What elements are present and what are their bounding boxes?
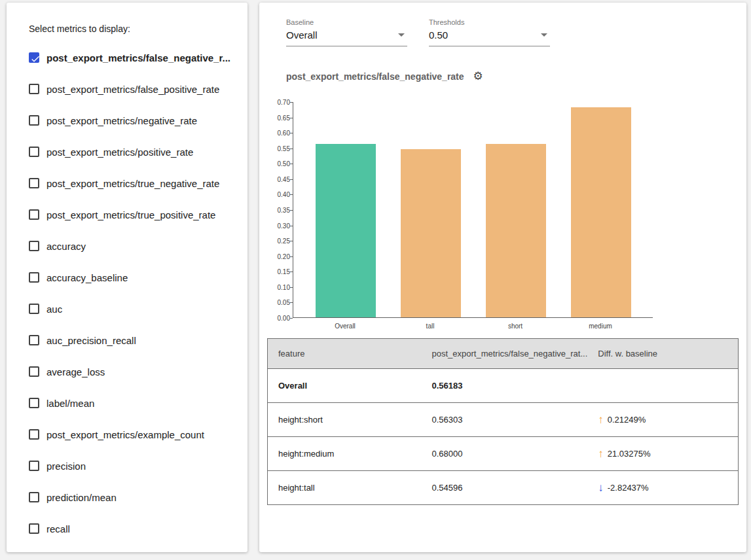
diff-value: -2.82437% — [608, 483, 649, 493]
y-axis-tick-label: 0.45 — [278, 175, 290, 183]
metric-label: precision — [46, 461, 86, 472]
metric-checkbox-row[interactable]: post_export_metrics/false_negative_r... — [29, 42, 242, 73]
metric-label: post_export_metrics/true_negative_rate — [46, 178, 219, 189]
checkbox-unchecked-icon[interactable] — [29, 366, 39, 377]
metric-label: recall — [46, 523, 70, 534]
y-axis-tick-label: 0.35 — [278, 207, 290, 214]
metric-label: accuracy_baseline — [46, 272, 128, 283]
metric-checkbox-row[interactable]: average_loss — [29, 356, 242, 387]
y-axis-tick-label: 0.40 — [278, 191, 290, 198]
y-axis-tick-label: 0.00 — [278, 315, 290, 322]
metric-checkbox-row[interactable]: precision — [29, 450, 242, 481]
metric-checkbox-row[interactable]: accuracy_baseline — [29, 262, 242, 293]
checkbox-unchecked-icon[interactable] — [29, 304, 39, 314]
y-axis-tick-mark — [290, 226, 293, 226]
y-axis-tick-mark — [290, 318, 293, 319]
dropdown-arrow-icon — [398, 33, 405, 37]
metric-list: post_export_metrics/false_negative_r...p… — [29, 42, 242, 544]
y-axis-tick-mark — [290, 194, 293, 195]
bar-medium[interactable] — [571, 107, 631, 317]
metric-checkbox-row[interactable]: post_export_metrics/positive_rate — [29, 136, 242, 167]
dropdown-arrow-icon — [541, 33, 547, 37]
table-header-cell: feature — [268, 339, 422, 369]
diff-value: 21.03275% — [608, 449, 651, 459]
thresholds-label: Thresholds — [429, 18, 550, 26]
metric-label: auc — [46, 304, 62, 315]
checkbox-unchecked-icon[interactable] — [29, 429, 39, 440]
checkbox-unchecked-icon[interactable] — [29, 84, 39, 94]
baseline-select[interactable]: Overall — [286, 29, 407, 46]
checkbox-unchecked-icon[interactable] — [29, 241, 39, 251]
metric-checkbox-row[interactable]: recall — [29, 513, 242, 544]
baseline-label: Baseline — [286, 18, 407, 26]
diff-cell: ↑21.03275% — [587, 437, 738, 471]
checkbox-unchecked-icon[interactable] — [29, 492, 39, 502]
metric-checkbox-row[interactable]: auc_precision_recall — [29, 324, 242, 356]
metric-label: post_export_metrics/false_positive_rate — [46, 84, 219, 95]
metric-display-panel: Baseline Overall Thresholds 0.50 post_ex… — [259, 3, 746, 552]
checkbox-unchecked-icon[interactable] — [29, 115, 39, 126]
settings-gear-icon[interactable]: ⚙ — [473, 71, 483, 82]
y-axis-tick-mark — [290, 149, 293, 149]
y-axis-tick-label: 0.15 — [278, 268, 290, 275]
feature-cell: Overall — [268, 369, 422, 403]
checkbox-checked-icon[interactable] — [29, 52, 39, 63]
feature-cell: height:medium — [268, 437, 422, 471]
checkbox-unchecked-icon[interactable] — [29, 178, 39, 188]
bar-chart: 0.000.050.100.150.200.250.300.350.400.45… — [272, 102, 665, 332]
metric-label: post_export_metrics/negative_rate — [46, 115, 197, 126]
checkbox-unchecked-icon[interactable] — [29, 272, 39, 283]
metric-label: post_export_metrics/example_count — [46, 429, 204, 440]
bar-tall[interactable] — [401, 149, 461, 317]
metric-checkbox-row[interactable]: auc — [29, 293, 242, 324]
y-axis-tick-label: 0.10 — [278, 283, 290, 290]
metric-checkbox-row[interactable]: post_export_metrics/true_negative_rate — [29, 167, 242, 199]
metric-value-cell: 0.68000 — [422, 437, 588, 471]
table-header-cell: Diff. w. baseline — [587, 339, 738, 369]
bar-short[interactable] — [486, 144, 546, 317]
y-axis-tick-label: 0.55 — [278, 145, 290, 152]
table-row[interactable]: Overall0.56183 — [268, 369, 739, 403]
metric-label: average_loss — [46, 366, 105, 377]
chart-title: post_export_metrics/false_negative_rate — [286, 71, 464, 82]
diff-cell: ↓-2.82437% — [587, 471, 738, 505]
table-row[interactable]: height:tall0.54596↓-2.82437% — [268, 471, 739, 505]
metric-checkbox-row[interactable]: post_export_metrics/true_positive_rate — [29, 199, 242, 230]
metric-checkbox-row[interactable]: post_export_metrics/negative_rate — [29, 105, 242, 136]
table-row[interactable]: height:short0.56303↑0.21249% — [268, 403, 739, 437]
diff-cell: ↑0.21249% — [587, 403, 738, 437]
checkbox-unchecked-icon[interactable] — [29, 398, 39, 408]
feature-cell: height:tall — [268, 471, 422, 505]
metric-label: label/mean — [46, 398, 94, 409]
metric-value-cell: 0.54596 — [422, 471, 588, 505]
y-axis-tick-mark — [290, 133, 293, 133]
metric-checkbox-row[interactable]: post_export_metrics/false_positive_rate — [29, 73, 242, 105]
metric-checkbox-row[interactable]: accuracy — [29, 230, 242, 262]
bar-Overall[interactable] — [316, 144, 376, 317]
baseline-control: Baseline Overall — [286, 18, 407, 46]
y-axis-tick-label: 0.30 — [278, 222, 290, 229]
table-header-row: featurepost_export_metrics/false_negativ… — [268, 339, 739, 369]
table-row[interactable]: height:medium0.68000↑21.03275% — [268, 437, 739, 471]
checkbox-unchecked-icon[interactable] — [29, 523, 39, 534]
metric-value-cell: 0.56183 — [422, 369, 588, 403]
metric-value-cell: 0.56303 — [422, 403, 588, 437]
metrics-table: featurepost_export_metrics/false_negativ… — [267, 338, 739, 505]
y-axis-tick-mark — [290, 287, 293, 288]
chart-header: post_export_metrics/false_negative_rate … — [286, 71, 483, 82]
checkbox-unchecked-icon[interactable] — [29, 461, 39, 471]
thresholds-select[interactable]: 0.50 — [429, 29, 550, 46]
checkbox-unchecked-icon[interactable] — [29, 335, 39, 345]
metric-label: prediction/mean — [46, 492, 117, 503]
metric-checkbox-row[interactable]: post_export_metrics/example_count — [29, 419, 242, 450]
metric-label: post_export_metrics/positive_rate — [46, 147, 193, 158]
table-header-cell: post_export_metrics/false_negative_rat..… — [422, 339, 588, 369]
checkbox-unchecked-icon[interactable] — [29, 209, 39, 220]
metric-select-panel: Select metrics to display: post_export_m… — [7, 3, 247, 552]
metric-checkbox-row[interactable]: prediction/mean — [29, 481, 242, 513]
checkbox-unchecked-icon[interactable] — [29, 147, 39, 157]
y-axis-tick-label: 0.05 — [278, 299, 290, 306]
y-axis-tick-label: 0.60 — [278, 130, 290, 137]
metric-checkbox-row[interactable]: label/mean — [29, 387, 242, 419]
diff-value: 0.21249% — [608, 415, 646, 425]
